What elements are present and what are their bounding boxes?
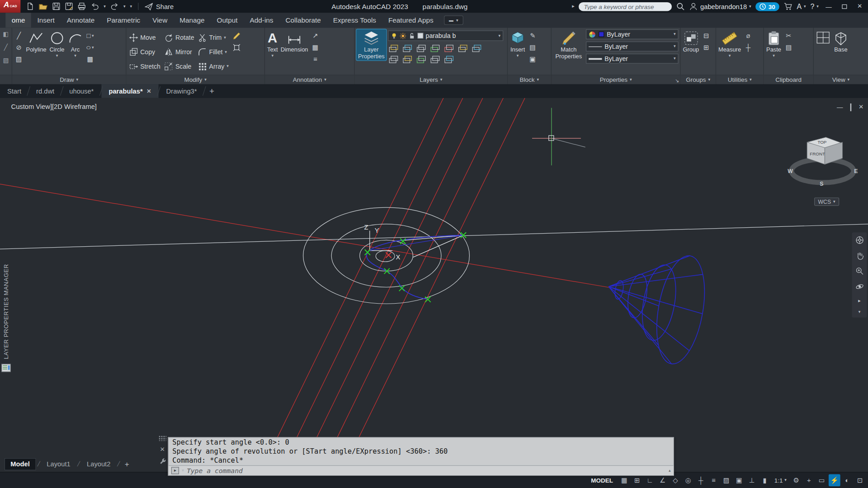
- help-button[interactable]: ?▾: [810, 2, 818, 10]
- layer-tool-icon[interactable]: [417, 56, 426, 63]
- app-menu-button[interactable]: A CAD: [0, 0, 20, 13]
- isolate-objects-icon[interactable]: ◐: [841, 474, 853, 486]
- clipboard-panel-footer[interactable]: Clipboard: [764, 75, 813, 84]
- command-window-close-icon[interactable]: ✕: [160, 446, 165, 453]
- polyline-button[interactable]: Polyline: [25, 29, 47, 54]
- ellipse-tool-icon[interactable]: ○▾: [85, 43, 95, 52]
- command-history[interactable]: Specify start angle <0.0>: 0 Specify ang…: [169, 438, 674, 465]
- tab-addins[interactable]: Add-ins: [244, 13, 279, 28]
- object-snap-tracking-icon[interactable]: ┼: [695, 474, 707, 486]
- show-motion-icon[interactable]: ▸: [858, 298, 861, 303]
- dialog-launcher-icon[interactable]: ↘: [675, 78, 679, 84]
- line-tool-icon[interactable]: ╱: [14, 32, 24, 41]
- text-button[interactable]: A Text ▾: [267, 29, 278, 59]
- file-tab-start[interactable]: Start: [0, 84, 28, 98]
- cart-icon[interactable]: [783, 2, 793, 11]
- tab-parametric[interactable]: Parametric: [101, 13, 146, 28]
- tab-collaborate[interactable]: Collaborate: [279, 13, 327, 28]
- layer-tool-icon[interactable]: [458, 45, 467, 52]
- file-tab-parabulas[interactable]: parabulas*✕: [101, 84, 158, 98]
- group-button[interactable]: Group: [682, 29, 699, 54]
- circle-button[interactable]: Circle ▾: [49, 29, 66, 59]
- selection-cycling-icon[interactable]: ▣: [733, 474, 745, 486]
- isodraft-icon[interactable]: ◇: [670, 474, 681, 486]
- clipped-tool-icon[interactable]: ╱: [1, 42, 11, 52]
- redo-dropdown-icon[interactable]: ▾: [123, 4, 126, 8]
- user-account-button[interactable]: gabebrandon18 ▾: [689, 2, 751, 11]
- hatch-tool-icon[interactable]: ▩: [85, 55, 95, 64]
- tab-express-tools[interactable]: Express Tools: [327, 13, 382, 28]
- viewport-minimize-button[interactable]: —: [837, 104, 843, 111]
- copy-button[interactable]: Copy: [128, 47, 161, 57]
- annotation-panel-footer[interactable]: Annotation▾: [265, 75, 354, 84]
- array-button[interactable]: Array▾: [197, 61, 230, 72]
- orbit-icon[interactable]: [855, 282, 864, 291]
- steering-wheel-icon[interactable]: [855, 236, 864, 245]
- layers-panel-footer[interactable]: Layers▾: [355, 75, 507, 84]
- tab-view[interactable]: View: [146, 13, 174, 28]
- dynamic-ucs-icon[interactable]: ⊥: [746, 474, 758, 486]
- qat-customize-icon[interactable]: ▾: [130, 4, 132, 8]
- clipped-tool-icon[interactable]: ▨: [1, 56, 11, 65]
- annotation-monitor-icon[interactable]: +: [803, 474, 815, 486]
- move-button[interactable]: Move: [128, 32, 161, 43]
- autodesk-apps-button[interactable]: A▾: [797, 2, 806, 10]
- layout-tab-layout2[interactable]: Layout2: [81, 458, 116, 469]
- viewcube-west-label[interactable]: W: [788, 168, 793, 174]
- plot-button[interactable]: [78, 2, 86, 11]
- mirror-button[interactable]: Mirror: [163, 47, 195, 57]
- transparency-icon[interactable]: ▨: [721, 474, 732, 486]
- hatch-icon[interactable]: ▨: [14, 55, 24, 64]
- chevron-down-icon[interactable]: ▾: [182, 469, 184, 473]
- close-tab-icon[interactable]: ✕: [146, 88, 151, 94]
- maximize-button[interactable]: [839, 0, 850, 13]
- pan-hand-icon[interactable]: [855, 251, 864, 260]
- file-tab-uhouse[interactable]: uhouse*: [62, 84, 101, 98]
- tab-manage[interactable]: Manage: [174, 13, 211, 28]
- arc-button[interactable]: Arc ▾: [67, 29, 84, 59]
- dimension-button[interactable]: Dimension: [280, 29, 308, 54]
- view-panel-footer[interactable]: View▾: [814, 75, 868, 84]
- graphics-performance-icon[interactable]: ⚡: [829, 474, 840, 486]
- id-point-icon[interactable]: ⌀: [743, 32, 753, 41]
- stretch-button[interactable]: Stretch: [128, 61, 161, 72]
- tab-output[interactable]: Output: [211, 13, 244, 28]
- construction-line-icon[interactable]: ⊘: [14, 43, 24, 52]
- command-history-toggle-icon[interactable]: ▴: [669, 469, 671, 473]
- redo-button[interactable]: [110, 2, 119, 11]
- fillet-button[interactable]: Fillet▾: [197, 47, 230, 57]
- file-tab-rd[interactable]: rd.dwt: [29, 84, 61, 98]
- object-color-dropdown[interactable]: ByLayer ▾: [586, 29, 679, 39]
- viewport-restore-button[interactable]: [850, 104, 851, 111]
- undo-dropdown-icon[interactable]: ▾: [104, 4, 106, 8]
- layer-tool-icon[interactable]: [389, 45, 398, 52]
- search-expand-icon[interactable]: ▸: [572, 4, 575, 9]
- zoom-icon[interactable]: [855, 267, 864, 276]
- wcs-dropdown[interactable]: WCS ▾: [814, 197, 839, 206]
- ungroup-icon[interactable]: ⊟: [701, 32, 711, 41]
- viewcube[interactable]: W S E TOP FRONT: [787, 135, 860, 197]
- create-block-icon[interactable]: ▤: [528, 43, 538, 52]
- file-tab-drawing3[interactable]: Drawing3*: [159, 84, 204, 98]
- utilities-panel-footer[interactable]: Utilities▾: [716, 75, 763, 84]
- ribbon-collapse-button[interactable]: ▬▾: [444, 15, 463, 25]
- model-space-toggle[interactable]: MODEL: [586, 477, 617, 484]
- dynamic-input-icon[interactable]: ▮: [759, 474, 770, 486]
- object-snap-icon[interactable]: ◎: [682, 474, 694, 486]
- new-drawing-tab-button[interactable]: +: [205, 84, 219, 98]
- undo-button[interactable]: [90, 2, 99, 11]
- clean-screen-icon[interactable]: ⊡: [854, 474, 866, 486]
- block-panel-footer[interactable]: Block▾: [508, 75, 551, 84]
- save-as-button[interactable]: [65, 2, 73, 11]
- navbar-more-icon[interactable]: ▾: [859, 310, 861, 314]
- new-layout-button[interactable]: +: [121, 460, 132, 469]
- match-properties-button[interactable]: Match Properties: [553, 29, 584, 61]
- layer-dropdown[interactable]: parabula b ▾: [388, 30, 503, 41]
- groups-panel-footer[interactable]: Groups▾: [681, 75, 716, 84]
- command-input[interactable]: [187, 467, 666, 474]
- annotation-scale-button[interactable]: 1:1▾: [772, 477, 789, 484]
- share-button[interactable]: Share: [145, 3, 174, 10]
- base-view-button[interactable]: Base: [833, 29, 849, 54]
- linetype-dropdown[interactable]: ByLayer ▾: [586, 42, 679, 52]
- rectangle-tool-icon[interactable]: □▾: [85, 32, 95, 41]
